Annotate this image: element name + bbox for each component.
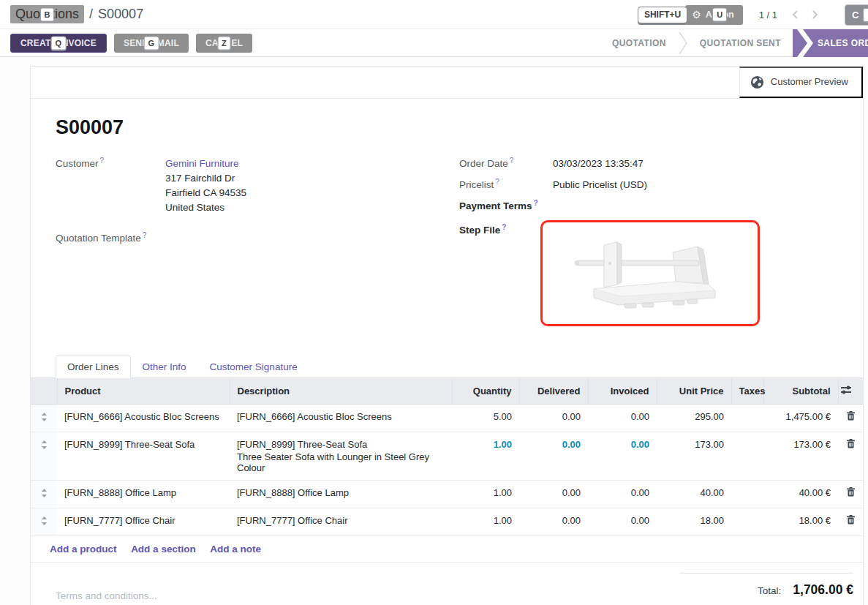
cell-invoiced[interactable]: 0.00 — [588, 481, 657, 508]
cell-invoiced[interactable]: 0.00 — [588, 405, 657, 432]
breadcrumb-separator: / — [89, 7, 93, 22]
drag-handle[interactable] — [31, 508, 57, 536]
add-section-link[interactable]: Add a section — [131, 544, 196, 555]
delete-row-button[interactable] — [847, 411, 855, 423]
cell-product[interactable]: [FURN_8999] Three-Seat Sofa — [57, 432, 230, 481]
header-unit-price[interactable]: Unit Price — [657, 378, 731, 405]
breadcrumb-quotations[interactable]: Quotations B — [10, 5, 84, 23]
top-navigation-bar: Quotations B / S00007 SHIFT+U ⚙ Action U… — [0, 0, 868, 29]
gear-icon: ⚙ — [692, 10, 701, 20]
cell-description[interactable]: [FURN_6666] Acoustic Bloc Screens — [230, 405, 452, 432]
action-menu-button[interactable]: ⚙ Action U — [685, 5, 742, 25]
cell-unit-price[interactable]: 295.00 — [657, 405, 731, 432]
header-subtotal[interactable]: Subtotal — [763, 378, 838, 405]
pricelist-value[interactable]: Public Pricelist (USD) — [553, 178, 647, 192]
header-invoiced[interactable]: Invoiced — [588, 378, 657, 405]
cell-quantity[interactable]: 5.00 — [452, 405, 519, 432]
cell-unit-price[interactable]: 173.00 — [657, 432, 731, 481]
header-quantity[interactable]: Quantity — [452, 378, 519, 405]
cell-quantity[interactable]: 1.00 — [452, 481, 519, 508]
cell-taxes[interactable] — [731, 432, 763, 481]
sliders-icon — [840, 385, 852, 395]
pager-previous-button[interactable] — [785, 7, 805, 23]
header-product[interactable]: Product — [57, 378, 230, 405]
cell-product[interactable]: [FURN_6666] Acoustic Bloc Screens — [57, 405, 230, 432]
header-taxes[interactable]: Taxes — [731, 378, 763, 405]
drag-handle-icon — [41, 440, 48, 449]
cell-taxes[interactable] — [731, 508, 763, 536]
field-column-right: Order Date? 03/03/2023 13:35:47 Pricelis… — [459, 157, 838, 333]
header-options — [838, 378, 863, 405]
cell-unit-price[interactable]: 40.00 — [657, 481, 731, 508]
help-icon: ? — [534, 199, 538, 207]
cell-product[interactable]: [FURN_8888] Office Lamp — [57, 481, 230, 508]
status-quotation[interactable]: QUOTATION — [600, 29, 678, 57]
pager-next-button[interactable] — [805, 7, 826, 23]
cell-taxes[interactable] — [731, 405, 763, 432]
cell-delivered[interactable]: 0.00 — [519, 481, 588, 508]
drag-handle[interactable] — [31, 432, 57, 481]
order-title[interactable]: S00007 — [56, 116, 863, 139]
cell-delivered[interactable]: 0.00 — [519, 508, 588, 536]
order-line-row: [FURN_8888] Office Lamp [FURN_8888] Offi… — [31, 481, 863, 508]
notebook-tabs: Order Lines Other Info Customer Signatur… — [31, 356, 863, 378]
cell-invoiced[interactable]: 0.00 — [588, 508, 657, 536]
order-date-value[interactable]: 03/03/2023 13:35:47 — [553, 157, 644, 171]
header-delivered[interactable]: Delivered — [519, 378, 588, 405]
cell-unit-price[interactable]: 18.00 — [657, 508, 731, 536]
breadcrumb-record: S00007 — [98, 7, 143, 22]
cell-delivered[interactable]: 0.00 — [519, 405, 588, 432]
trash-icon — [847, 515, 855, 525]
cell-description[interactable]: [FURN_7777] Office Chair — [230, 508, 452, 536]
add-note-link[interactable]: Add a note — [210, 544, 261, 555]
cell-quantity[interactable]: 1.00 — [452, 432, 519, 481]
cell-quantity[interactable]: 1.00 — [452, 508, 519, 536]
cut-off-button-label: C — [852, 10, 858, 20]
customer-preview-button[interactable]: Customer Preview — [739, 67, 863, 98]
tab-customer-signature[interactable]: Customer Signature — [198, 356, 309, 378]
chevron-left-icon — [790, 10, 799, 20]
customer-preview-label: Customer Preview — [771, 76, 848, 88]
header-handle — [31, 378, 57, 405]
status-sales-order[interactable]: SALES ORDER — [793, 29, 868, 57]
cell-delivered[interactable]: 0.00 — [519, 432, 588, 481]
tab-other-info[interactable]: Other Info — [131, 356, 198, 378]
cell-taxes[interactable] — [731, 481, 763, 508]
optional-columns-button[interactable] — [840, 385, 852, 397]
header-description[interactable]: Description — [230, 378, 452, 405]
tab-order-lines[interactable]: Order Lines — [56, 356, 131, 378]
address-line: United States — [165, 200, 246, 215]
statusbar-arrow-icon — [797, 29, 813, 57]
cell-description[interactable]: [FURN_8888] Office Lamp — [230, 481, 452, 508]
delete-row-button[interactable] — [847, 439, 855, 451]
step-file-preview[interactable] — [540, 220, 760, 326]
quotation-template-label: Quotation Template? — [56, 231, 165, 246]
drag-handle[interactable] — [31, 481, 57, 508]
cut-off-create-button[interactable]: C — [845, 4, 868, 26]
sheet-header-strip: Customer Preview — [31, 67, 863, 99]
trash-icon — [847, 411, 855, 421]
hotkey-badge-q: Q — [51, 36, 67, 50]
cell-product[interactable]: [FURN_7777] Office Chair — [57, 508, 230, 536]
pager-counter: 1 / 1 — [759, 10, 777, 20]
create-invoice-button[interactable]: CREATE INVOICE Q — [10, 34, 107, 53]
table-header-row: Product Description Quantity Delivered I… — [31, 378, 863, 405]
table-footer-links: Add a product Add a section Add a note — [31, 536, 863, 563]
send-email-button[interactable]: SEND EMAIL G — [114, 34, 189, 53]
terms-placeholder[interactable]: Terms and conditions... — [56, 590, 157, 601]
status-sales-order-label: SALES ORDER — [818, 38, 868, 48]
status-quotation-sent[interactable]: QUOTATION SENT — [688, 29, 793, 57]
cell-description[interactable]: [FURN_8999] Three-Seat Sofa Three Seater… — [230, 432, 452, 481]
customer-link[interactable]: Gemini Furniture — [165, 158, 239, 169]
step-file-3d-model — [572, 233, 728, 314]
hotkey-badge-g: G — [144, 36, 159, 50]
statusbar: QUOTATION QUOTATION SENT SALES ORDER — [600, 29, 868, 57]
delete-row-button[interactable] — [847, 515, 855, 527]
cell-delete — [838, 432, 863, 481]
add-product-link[interactable]: Add a product — [50, 544, 117, 555]
delete-row-button[interactable] — [847, 487, 855, 499]
cancel-button[interactable]: CANCEL Z — [196, 34, 252, 53]
help-icon: ? — [143, 231, 147, 239]
drag-handle[interactable] — [31, 405, 57, 432]
cell-invoiced[interactable]: 0.00 — [588, 432, 657, 481]
